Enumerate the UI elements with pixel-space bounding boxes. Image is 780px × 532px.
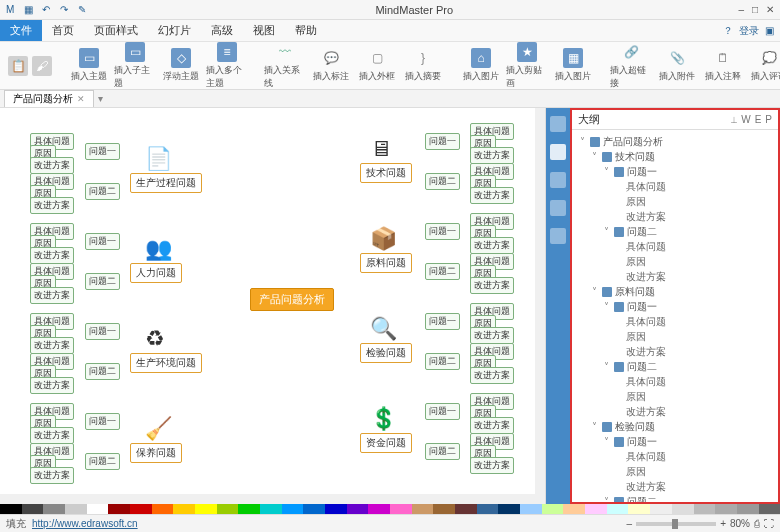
outline-row[interactable]: ˅原料问题: [580, 284, 776, 299]
canvas-scrollbar-v[interactable]: [535, 108, 545, 494]
leaf-node[interactable]: 改进方案: [30, 377, 74, 394]
document-tab[interactable]: 产品问题分析 ✕: [4, 90, 94, 107]
outline-row[interactable]: ˅问题一: [580, 299, 776, 314]
tab-help[interactable]: 帮助: [285, 20, 327, 41]
tab-slides[interactable]: 幻灯片: [148, 20, 201, 41]
swatch[interactable]: [87, 504, 109, 514]
outline-row[interactable]: 原因: [580, 464, 776, 479]
right-branch-node[interactable]: 原料问题: [360, 253, 412, 273]
canvas-scrollbar-h[interactable]: [0, 494, 545, 504]
leaf-node[interactable]: 改进方案: [30, 157, 74, 174]
swatch[interactable]: [347, 504, 369, 514]
right-branch-node[interactable]: 资金问题: [360, 433, 412, 453]
sub-node[interactable]: 问题一: [85, 323, 120, 340]
paste-button[interactable]: 📋: [8, 56, 28, 76]
outline-btn-e[interactable]: E: [755, 114, 762, 125]
twisty-icon[interactable]: ˅: [604, 166, 614, 177]
swatch[interactable]: [217, 504, 239, 514]
swatch[interactable]: [455, 504, 477, 514]
swatch[interactable]: [759, 504, 780, 514]
left-branch-node[interactable]: 保养问题: [130, 443, 182, 463]
swatch[interactable]: [130, 504, 152, 514]
insert-subtopic-button[interactable]: ▭插入子主题: [114, 42, 156, 90]
leaf-node[interactable]: 改进方案: [470, 147, 514, 164]
leaf-node[interactable]: 改进方案: [30, 337, 74, 354]
leaf-node[interactable]: 改进方案: [30, 247, 74, 264]
swatch[interactable]: [0, 504, 22, 514]
twisty-icon[interactable]: ˅: [604, 361, 614, 372]
outline-btn-views[interactable]: ⟂: [731, 114, 737, 125]
left-branch-node[interactable]: 生产环境问题: [130, 353, 202, 373]
leaf-node[interactable]: 改进方案: [470, 367, 514, 384]
outline-row[interactable]: 具体问题: [580, 449, 776, 464]
swatch[interactable]: [43, 504, 65, 514]
outline-row[interactable]: ˅问题二: [580, 359, 776, 374]
fit-page-icon[interactable]: ⎙: [754, 518, 760, 529]
outline-row[interactable]: ˅问题二: [580, 494, 776, 502]
qat-format-icon[interactable]: ✎: [78, 4, 90, 16]
swatch[interactable]: [694, 504, 716, 514]
outline-btn-w[interactable]: W: [741, 114, 750, 125]
sub-node[interactable]: 问题一: [85, 233, 120, 250]
branch-icon[interactable]: 👥: [145, 236, 172, 262]
photo-button[interactable]: ▦插入图片: [552, 48, 594, 83]
outline-tree[interactable]: ˅产品问题分析˅技术问题˅问题一具体问题原因改进方案˅问题二具体问题原因改进方案…: [572, 130, 778, 502]
sub-node[interactable]: 问题二: [425, 353, 460, 370]
outline-row[interactable]: ˅检验问题: [580, 419, 776, 434]
outline-row[interactable]: ˅问题二: [580, 224, 776, 239]
help-icon[interactable]: ？: [723, 24, 733, 38]
minimize-button[interactable]: –: [738, 4, 744, 15]
sub-node[interactable]: 问题二: [425, 173, 460, 190]
outline-row[interactable]: 改进方案: [580, 344, 776, 359]
branch-icon[interactable]: 💲: [370, 406, 397, 432]
swatch[interactable]: [433, 504, 455, 514]
attach-button[interactable]: 📎插入附件: [656, 48, 698, 83]
outline-row[interactable]: 具体问题: [580, 179, 776, 194]
insert-image-button[interactable]: ⌂插入图片: [460, 48, 502, 83]
swatch[interactable]: [672, 504, 694, 514]
leaf-node[interactable]: 改进方案: [470, 237, 514, 254]
swatch[interactable]: [650, 504, 672, 514]
right-branch-node[interactable]: 检验问题: [360, 343, 412, 363]
outline-row[interactable]: 原因: [580, 329, 776, 344]
branch-icon[interactable]: 📄: [145, 146, 172, 172]
leaf-node[interactable]: 改进方案: [30, 467, 74, 484]
clipart-button[interactable]: ★插入剪贴画: [506, 42, 548, 90]
sub-node[interactable]: 问题一: [425, 403, 460, 420]
leaf-node[interactable]: 改进方案: [470, 417, 514, 434]
qat-save-icon[interactable]: ▦: [24, 4, 36, 16]
tab-view[interactable]: 视图: [243, 20, 285, 41]
relation-button[interactable]: 〰插入关系线: [264, 42, 306, 90]
leaf-node[interactable]: 改进方案: [470, 457, 514, 474]
hyperlink-button[interactable]: 🔗插入超链接: [610, 42, 652, 90]
swatch[interactable]: [607, 504, 629, 514]
outline-row[interactable]: 原因: [580, 254, 776, 269]
swatch[interactable]: [238, 504, 260, 514]
outline-row[interactable]: 改进方案: [580, 404, 776, 419]
close-button[interactable]: ✕: [766, 4, 774, 15]
dock-iconlib-icon[interactable]: [550, 172, 566, 188]
swatch[interactable]: [260, 504, 282, 514]
branch-icon[interactable]: ♻: [145, 326, 165, 352]
sub-node[interactable]: 问题二: [85, 453, 120, 470]
swatch[interactable]: [22, 504, 44, 514]
twisty-icon[interactable]: ˅: [604, 436, 614, 447]
swatch[interactable]: [65, 504, 87, 514]
outline-row[interactable]: ˅技术问题: [580, 149, 776, 164]
right-branch-node[interactable]: 技术问题: [360, 163, 412, 183]
swatch[interactable]: [628, 504, 650, 514]
qat-undo-icon[interactable]: ↶: [42, 4, 54, 16]
dock-outline-icon[interactable]: [550, 144, 566, 160]
insert-topic-button[interactable]: ▭插入主题: [68, 48, 110, 83]
swatch[interactable]: [152, 504, 174, 514]
summary-button[interactable]: }插入摘要: [402, 48, 444, 83]
leaf-node[interactable]: 改进方案: [30, 427, 74, 444]
tab-page-style[interactable]: 页面样式: [84, 20, 148, 41]
branch-icon[interactable]: 📦: [370, 226, 397, 252]
tab-advanced[interactable]: 高级: [201, 20, 243, 41]
zoom-slider[interactable]: [636, 522, 716, 526]
outline-row[interactable]: 改进方案: [580, 269, 776, 284]
sub-node[interactable]: 问题一: [425, 133, 460, 150]
sub-node[interactable]: 问题二: [85, 183, 120, 200]
branch-icon[interactable]: 🖥: [370, 136, 392, 162]
